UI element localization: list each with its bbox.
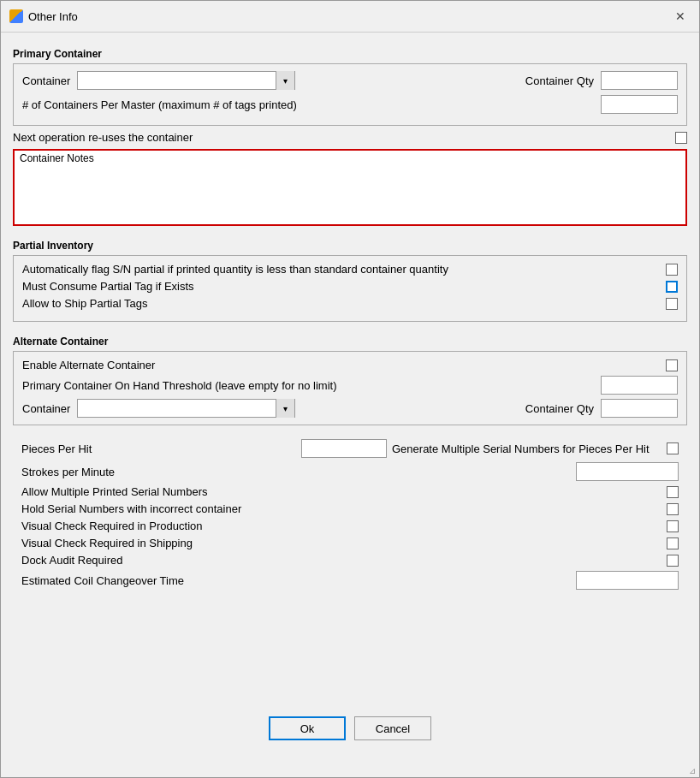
pieces-per-hit-row: Pieces Per Hit __1.0000 Generate Multipl… [21, 439, 679, 458]
container-qty-label: Container Qty [525, 74, 594, 87]
containers-per-master-row: # of Containers Per Master (maximum # of… [22, 95, 678, 114]
primary-container-header: Primary Container [13, 48, 687, 60]
hold-serial-row: Hold Serial Numbers with incorrect conta… [21, 502, 679, 515]
alt-container-dropdown-arrow[interactable]: ▾ [276, 399, 294, 418]
container-notes-textarea[interactable] [15, 166, 685, 222]
primary-container-section: Container ▾ Container Qty 0 # of Contain… [13, 63, 687, 126]
container-notes-box: Container Notes [13, 149, 687, 226]
hold-serial-label: Hold Serial Numbers with incorrect conta… [21, 502, 344, 515]
strokes-input[interactable] [576, 462, 679, 481]
visual-check-prod-row: Visual Check Required in Production [21, 520, 679, 532]
container-notes-label: Container Notes [15, 151, 685, 166]
close-button[interactable]: ✕ [670, 6, 691, 27]
enable-alt-label: Enable Alternate Container [22, 359, 344, 371]
auto-flag-row: Automatically flag S/N partial if printe… [22, 263, 678, 276]
bottom-area: Pieces Per Hit __1.0000 Generate Multipl… [13, 432, 687, 601]
allow-multiple-row: Allow Multiple Printed Serial Numbers [21, 485, 679, 498]
visual-check-prod-label: Visual Check Required in Production [21, 520, 344, 532]
container-dropdown-arrow[interactable]: ▾ [276, 71, 294, 90]
must-consume-row: Must Consume Partial Tag if Exists [22, 280, 678, 293]
dialog-title: Other Info [28, 10, 665, 23]
containers-per-master-input[interactable]: 0 [601, 95, 678, 114]
resize-handle[interactable]: ⊿ [1, 766, 699, 777]
auto-flag-checkbox[interactable] [666, 264, 678, 276]
visual-check-ship-row: Visual Check Required in Shipping [21, 537, 679, 549]
dialog-window: Other Info ✕ Primary Container Container… [0, 0, 700, 778]
pieces-per-hit-label: Pieces Per Hit [21, 442, 296, 455]
ok-button[interactable]: Ok [269, 716, 346, 740]
allow-multiple-label: Allow Multiple Printed Serial Numbers [21, 485, 344, 498]
allow-ship-row: Allow to Ship Partial Tags [22, 297, 678, 310]
visual-check-ship-checkbox[interactable] [667, 537, 679, 549]
allow-ship-checkbox[interactable] [666, 298, 678, 310]
enable-alt-checkbox[interactable] [666, 359, 678, 371]
generate-serial-checkbox[interactable] [667, 442, 679, 454]
pieces-per-hit-input[interactable]: __1.0000 [301, 439, 387, 458]
alternate-container-section: Enable Alternate Container Primary Conta… [13, 351, 687, 425]
alternate-container-header: Alternate Container [13, 336, 687, 347]
must-consume-label: Must Consume Partial Tag if Exists [22, 280, 344, 293]
strokes-label: Strokes per Minute [21, 466, 299, 478]
dialog-content: Primary Container Container ▾ Container … [1, 33, 699, 766]
next-operation-row: Next operation re-uses the container [13, 131, 687, 144]
container-qty-input[interactable]: 0 [601, 71, 678, 90]
next-operation-checkbox[interactable] [675, 132, 687, 144]
alt-container-qty-label: Container Qty [525, 402, 594, 415]
containers-per-master-label: # of Containers Per Master (maximum # of… [22, 98, 311, 111]
title-bar: Other Info ✕ [1, 1, 699, 33]
cancel-button[interactable]: Cancel [354, 716, 431, 740]
alt-container-label: Container [22, 402, 70, 415]
strokes-row: Strokes per Minute [21, 462, 679, 481]
allow-ship-label: Allow to Ship Partial Tags [22, 297, 344, 310]
threshold-row: Primary Container On Hand Threshold (lea… [22, 376, 678, 395]
alt-container-select-input[interactable] [78, 401, 276, 415]
dock-audit-row: Dock Audit Required [21, 554, 679, 567]
threshold-input[interactable] [601, 376, 678, 395]
enable-alt-row: Enable Alternate Container [22, 359, 678, 371]
auto-flag-label: Automatically flag S/N partial if printe… [22, 263, 448, 276]
container-row: Container ▾ Container Qty 0 [22, 71, 678, 90]
dialog-footer: Ok Cancel [13, 706, 687, 754]
partial-inventory-header: Partial Inventory [13, 240, 687, 252]
container-select-input[interactable] [78, 74, 276, 87]
container-select[interactable]: ▾ [77, 71, 295, 90]
alt-container-qty-input[interactable] [601, 399, 678, 418]
partial-inventory-section: Automatically flag S/N partial if printe… [13, 255, 687, 322]
estimated-coil-input[interactable] [576, 571, 679, 590]
alt-container-row: Container ▾ Container Qty [22, 399, 678, 418]
dock-audit-label: Dock Audit Required [21, 554, 344, 567]
container-label: Container [22, 74, 70, 87]
dock-audit-checkbox[interactable] [667, 555, 679, 567]
generate-serial-label: Generate Multiple Serial Numbers for Pie… [392, 442, 667, 455]
next-operation-label: Next operation re-uses the container [13, 131, 344, 144]
visual-check-ship-label: Visual Check Required in Shipping [21, 537, 344, 549]
visual-check-prod-checkbox[interactable] [667, 520, 679, 532]
must-consume-checkbox[interactable] [666, 281, 678, 293]
threshold-label: Primary Container On Hand Threshold (lea… [22, 379, 337, 392]
estimated-coil-row: Estimated Coil Changeover Time [21, 571, 679, 590]
estimated-coil-label: Estimated Coil Changeover Time [21, 574, 299, 587]
app-icon [9, 9, 23, 23]
hold-serial-checkbox[interactable] [667, 503, 679, 515]
alt-container-select[interactable]: ▾ [77, 399, 295, 418]
allow-multiple-checkbox[interactable] [667, 486, 679, 498]
